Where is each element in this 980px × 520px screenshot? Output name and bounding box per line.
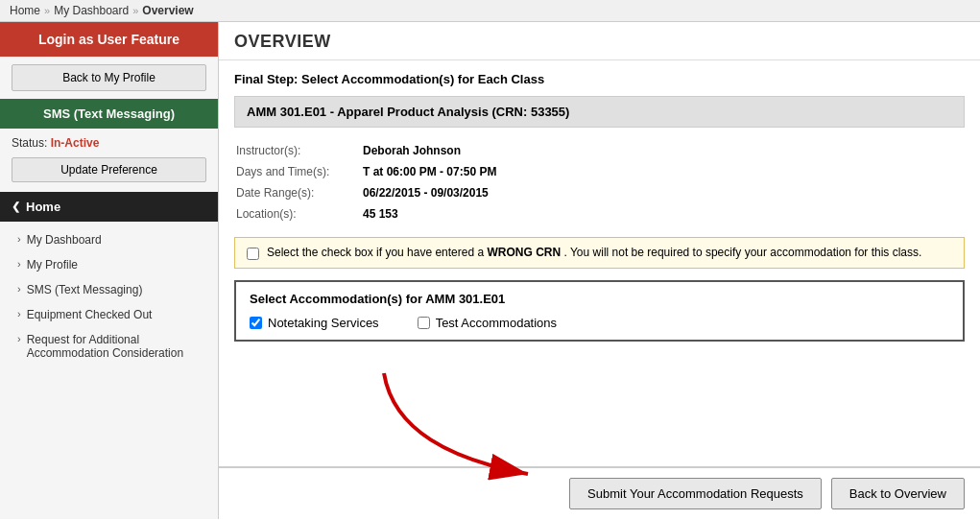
- breadcrumb: Home » My Dashboard » Overview: [0, 0, 980, 22]
- instructor-label: Instructor(s):: [236, 141, 361, 160]
- breadcrumb-sep1: »: [44, 5, 50, 16]
- accommodation-options: Notetaking Services Test Accommodations: [250, 316, 949, 330]
- back-profile-section: Back to My Profile: [0, 57, 218, 99]
- wrong-crn-bold: WRONG CRN: [488, 246, 562, 259]
- breadcrumb-current: Overview: [142, 4, 193, 17]
- wrong-crn-checkbox[interactable]: [247, 248, 259, 260]
- sidebar-item-accommodation[interactable]: › Request for Additional Accommodation C…: [0, 327, 218, 366]
- final-step-text: Final Step: Select Accommodation(s) for …: [234, 72, 965, 86]
- sidebar-item-label: SMS (Text Messaging): [27, 283, 143, 296]
- sidebar-nav: › My Dashboard › My Profile › SMS (Text …: [0, 222, 218, 519]
- sidebar-item-label: Request for Additional Accommodation Con…: [27, 333, 206, 360]
- login-as-user-button[interactable]: Login as User Feature: [0, 22, 218, 57]
- location-value: 45 153: [363, 204, 963, 224]
- days-row: Days and Time(s): T at 06:00 PM - 07:50 …: [236, 162, 963, 181]
- sidebar-home-header: ❮ Home: [0, 192, 218, 222]
- main-content: OVERVIEW Final Step: Select Accommodatio…: [219, 22, 980, 519]
- chevron-icon: ›: [17, 283, 21, 295]
- status-label: Status:: [12, 136, 47, 150]
- sidebar-item-sms[interactable]: › SMS (Text Messaging): [0, 277, 218, 302]
- sidebar-item-equipment[interactable]: › Equipment Checked Out: [0, 302, 218, 327]
- update-preference-button[interactable]: Update Preference: [12, 157, 206, 182]
- breadcrumb-home[interactable]: Home: [10, 4, 40, 17]
- submit-accommodation-button[interactable]: Submit Your Accommodation Requests: [569, 478, 822, 509]
- accommodation-title: Select Accommodation(s) for AMM 301.E01: [250, 292, 949, 306]
- notetaking-label: Notetaking Services: [268, 316, 379, 330]
- wrong-crn-text: Select the check box if you have entered…: [267, 246, 921, 259]
- instructor-row: Instructor(s): Deborah Johnson: [236, 141, 963, 160]
- instructor-value: Deborah Johnson: [363, 141, 963, 160]
- footer: Submit Your Accommodation Requests Back …: [219, 466, 980, 519]
- wrong-crn-box: Select the check box if you have entered…: [234, 237, 965, 269]
- back-to-overview-button[interactable]: Back to Overview: [831, 478, 965, 509]
- breadcrumb-dashboard[interactable]: My Dashboard: [54, 4, 129, 17]
- test-label: Test Accommodations: [436, 316, 557, 330]
- date-row: Date Range(s): 06/22/2015 - 09/03/2015: [236, 183, 963, 202]
- status-value: In-Active: [51, 136, 100, 150]
- date-label: Date Range(s):: [236, 183, 361, 202]
- main-header: OVERVIEW: [219, 22, 980, 60]
- date-value: 06/22/2015 - 09/03/2015: [363, 183, 963, 202]
- option-test: Test Accommodations: [418, 316, 557, 330]
- breadcrumb-sep2: »: [132, 5, 138, 16]
- chevron-icon: ›: [17, 308, 21, 319]
- back-to-my-profile-button[interactable]: Back to My Profile: [12, 64, 206, 91]
- notetaking-checkbox[interactable]: [250, 317, 262, 329]
- sidebar-item-label: My Dashboard: [27, 233, 102, 247]
- page-title: OVERVIEW: [234, 32, 965, 52]
- chevron-icon: ›: [17, 258, 21, 270]
- update-preference-section: Update Preference: [0, 154, 218, 192]
- chevron-icon: ›: [17, 233, 21, 245]
- sms-header: SMS (Text Messaging): [0, 99, 218, 129]
- home-label: Home: [26, 200, 60, 214]
- course-header: AMM 301.E01 - Apparel Product Analysis (…: [234, 96, 965, 128]
- sidebar-item-label: Equipment Checked Out: [27, 308, 153, 321]
- sms-status: Status: In-Active: [0, 129, 218, 154]
- sidebar-item-my-dashboard[interactable]: › My Dashboard: [0, 227, 218, 252]
- days-value: T at 06:00 PM - 07:50 PM: [363, 162, 963, 181]
- accommodation-section: Select Accommodation(s) for AMM 301.E01 …: [234, 280, 965, 342]
- sidebar-item-label: My Profile: [27, 258, 78, 272]
- location-label: Location(s):: [236, 204, 361, 224]
- sidebar-item-my-profile[interactable]: › My Profile: [0, 252, 218, 277]
- option-notetaking: Notetaking Services: [250, 316, 379, 330]
- chevron-icon: ›: [17, 333, 21, 344]
- days-label: Days and Time(s):: [236, 162, 361, 181]
- main-body: Final Step: Select Accommodation(s) for …: [219, 60, 980, 466]
- course-info-table: Instructor(s): Deborah Johnson Days and …: [234, 139, 965, 225]
- test-accommodations-checkbox[interactable]: [418, 317, 430, 329]
- collapse-arrow-icon: ❮: [12, 201, 20, 213]
- sidebar: Login as User Feature Back to My Profile…: [0, 22, 219, 519]
- location-row: Location(s): 45 153: [236, 204, 963, 224]
